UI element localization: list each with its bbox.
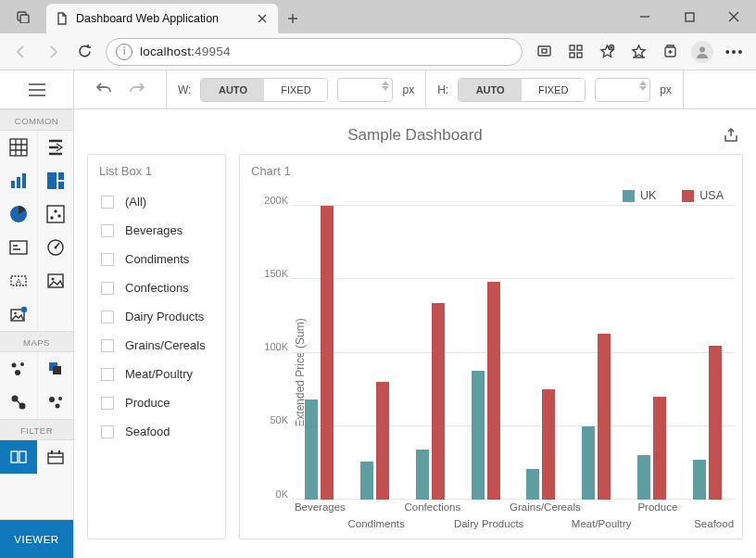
list-item[interactable]: Dairy Products xyxy=(88,302,225,331)
new-tab-button[interactable] xyxy=(278,4,308,33)
chart-item-icon[interactable] xyxy=(0,164,37,197)
width-auto-button[interactable]: AUTO xyxy=(201,79,264,101)
checkbox[interactable] xyxy=(101,339,114,352)
list-item[interactable]: (All) xyxy=(88,187,225,216)
legend-swatch xyxy=(623,190,635,202)
bar[interactable] xyxy=(472,371,485,500)
svg-point-41 xyxy=(49,397,55,402)
extensions-icon[interactable] xyxy=(560,37,591,67)
bar[interactable] xyxy=(416,450,429,500)
browser-tabbar: Dashboard Web Application xyxy=(0,0,756,33)
legend-item[interactable]: UK xyxy=(623,189,656,202)
bubble-map-icon[interactable] xyxy=(0,386,37,419)
height-fixed-button[interactable]: FIXED xyxy=(522,79,585,101)
reload-button[interactable] xyxy=(69,37,100,67)
range-filter-icon[interactable] xyxy=(0,440,37,474)
address-input[interactable]: i localhost:49954 xyxy=(106,38,523,66)
checkbox[interactable] xyxy=(101,196,114,209)
menu-toggle-button[interactable] xyxy=(0,70,74,108)
bar[interactable] xyxy=(487,282,500,500)
close-icon[interactable] xyxy=(256,12,269,25)
list-item[interactable]: Produce xyxy=(88,388,225,417)
tab-actions-icon[interactable] xyxy=(0,0,46,33)
svg-point-33 xyxy=(21,307,27,312)
bar[interactable] xyxy=(709,346,722,500)
pivot-item-icon[interactable] xyxy=(37,131,74,164)
maximize-button[interactable] xyxy=(667,0,712,33)
list-item[interactable]: Condiments xyxy=(88,245,225,273)
collections-icon[interactable] xyxy=(654,37,686,67)
svg-point-26 xyxy=(54,247,57,249)
image-item-icon[interactable] xyxy=(37,264,74,298)
list-item[interactable]: Grains/Cereals xyxy=(88,331,225,360)
checkbox[interactable] xyxy=(101,368,114,381)
browser-tab[interactable]: Dashboard Web Application xyxy=(46,4,278,33)
date-filter-icon[interactable] xyxy=(37,440,74,474)
x-tick-label: Seafood xyxy=(694,518,734,529)
height-auto-button[interactable]: AUTO xyxy=(459,79,522,101)
cast-icon[interactable] xyxy=(528,37,560,67)
dashboard-title: Sample Dashboard xyxy=(85,126,745,145)
list-item[interactable]: Confections xyxy=(88,273,225,302)
gauge-item-icon[interactable] xyxy=(37,231,74,264)
card-item-icon[interactable] xyxy=(0,231,37,264)
list-item-label: Seafood xyxy=(125,425,170,438)
checkbox[interactable] xyxy=(101,311,114,323)
checkbox[interactable] xyxy=(101,224,114,237)
scatter-item-icon[interactable] xyxy=(37,197,74,231)
textbox-item-icon[interactable]: A xyxy=(0,264,37,298)
bar[interactable] xyxy=(321,206,334,500)
geopoint-map-icon[interactable] xyxy=(37,352,74,386)
bar[interactable] xyxy=(582,426,595,500)
width-fixed-button[interactable]: FIXED xyxy=(264,79,327,101)
site-info-icon[interactable]: i xyxy=(116,44,132,60)
redo-button[interactable] xyxy=(129,81,145,99)
legend-item[interactable]: USA xyxy=(682,189,724,202)
bar[interactable] xyxy=(598,334,611,500)
export-icon[interactable] xyxy=(723,127,739,144)
minimize-button[interactable] xyxy=(623,0,667,33)
section-common: COMMON xyxy=(0,109,73,131)
checkbox[interactable] xyxy=(101,425,114,438)
back-button[interactable] xyxy=(6,37,37,67)
bar[interactable] xyxy=(637,455,650,500)
svg-rect-12 xyxy=(10,139,27,156)
undo-button[interactable] xyxy=(95,81,112,99)
choropleth-map-icon[interactable] xyxy=(0,352,37,386)
profile-avatar[interactable] xyxy=(691,41,713,63)
pie-map-icon[interactable] xyxy=(37,386,74,419)
bar[interactable] xyxy=(693,460,706,500)
grid-item-icon[interactable] xyxy=(0,131,37,164)
bar[interactable] xyxy=(376,382,389,500)
section-maps: MAPS xyxy=(0,331,73,352)
forward-button[interactable] xyxy=(37,37,69,67)
list-item[interactable]: Beverages xyxy=(88,216,225,245)
favorites-icon[interactable] xyxy=(623,37,654,67)
close-window-button[interactable] xyxy=(712,0,756,33)
more-icon[interactable]: ••• xyxy=(719,37,750,67)
favorites-add-icon[interactable] xyxy=(591,37,623,67)
list-item[interactable]: Meat/Poultry xyxy=(88,360,225,388)
svg-rect-24 xyxy=(10,241,27,254)
bar[interactable] xyxy=(653,397,666,500)
x-tick-label: Grains/Cereals xyxy=(510,501,581,513)
bar[interactable] xyxy=(360,462,373,500)
pie-item-icon[interactable] xyxy=(0,197,37,231)
bar[interactable] xyxy=(542,389,555,500)
width-input[interactable] xyxy=(337,78,393,102)
bar[interactable] xyxy=(305,399,318,500)
viewer-mode-button[interactable]: VIEWER xyxy=(0,519,73,558)
checkbox[interactable] xyxy=(101,397,114,410)
svg-rect-5 xyxy=(570,45,574,50)
bar[interactable] xyxy=(526,469,539,500)
page-icon xyxy=(56,12,69,25)
svg-point-42 xyxy=(55,404,59,409)
list-item[interactable]: Seafood xyxy=(88,417,225,446)
bar-group xyxy=(624,206,680,500)
treemap-item-icon[interactable] xyxy=(37,164,74,197)
bound-image-item-icon[interactable] xyxy=(0,298,37,331)
checkbox[interactable] xyxy=(101,282,114,295)
height-input[interactable] xyxy=(595,78,650,102)
bar[interactable] xyxy=(432,303,445,500)
checkbox[interactable] xyxy=(101,253,114,266)
